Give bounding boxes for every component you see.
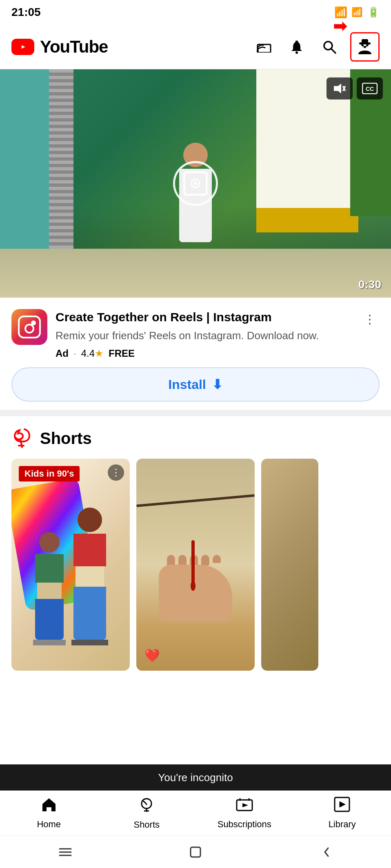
ad-more-options[interactable]: ⋮ xyxy=(360,309,380,329)
video-controls: CC xyxy=(327,77,383,99)
install-label: Install xyxy=(168,377,206,392)
shorts-header: Shorts xyxy=(11,428,380,449)
youtube-title: YouTube xyxy=(40,37,108,57)
android-back-btn[interactable] xyxy=(313,840,338,864)
nav-subscriptions[interactable]: Subscriptions xyxy=(196,793,293,834)
red-arrow: ➡ xyxy=(333,17,347,35)
android-menu-btn[interactable] xyxy=(53,840,78,864)
toe-5 xyxy=(213,555,221,563)
svg-point-2 xyxy=(295,51,298,54)
section-divider xyxy=(0,410,391,416)
play-circle xyxy=(173,161,218,206)
top-2 xyxy=(73,534,106,566)
record-icon xyxy=(183,171,208,196)
shorts-title: Shorts xyxy=(40,429,92,448)
short-tag-1: Kids in 90's xyxy=(19,466,80,481)
captions-button[interactable]: CC xyxy=(357,77,383,99)
svg-point-13 xyxy=(194,182,197,185)
pants-1 xyxy=(35,599,64,640)
short-thumbnail-2: ❤️ xyxy=(136,459,255,671)
incognito-button[interactable] xyxy=(350,32,380,62)
shorts-label: Shorts xyxy=(133,819,160,830)
video-duration: 0:30 xyxy=(358,278,381,291)
toe-4 xyxy=(201,555,209,565)
svg-point-9 xyxy=(366,46,370,49)
install-button[interactable]: Install ⬇ xyxy=(11,367,380,402)
mid-1 xyxy=(37,583,62,599)
short-thumbnail-3 xyxy=(261,459,318,671)
cast-button[interactable] xyxy=(252,35,276,59)
android-nav xyxy=(0,835,391,868)
incognito-text: You're incognito xyxy=(158,771,233,784)
person-1 xyxy=(31,532,68,671)
heart-icon: ❤️ xyxy=(144,648,160,663)
search-button[interactable] xyxy=(318,35,341,59)
ig-circle xyxy=(24,324,34,334)
short2-bg: ❤️ xyxy=(136,459,255,671)
mid-2 xyxy=(76,566,104,587)
subscriptions-label: Subscriptions xyxy=(218,819,271,830)
header-actions: ➡ xyxy=(252,32,380,62)
status-bar: 21:05 📶 📶 🔋 xyxy=(0,0,391,24)
short-thumbnail-1: Kids in 90's ⋮ xyxy=(11,459,130,671)
shorts-nav-icon xyxy=(138,796,156,816)
library-icon xyxy=(334,797,350,816)
ad-description: Remix your friends' Reels on Instagram. … xyxy=(56,328,360,343)
nav-home[interactable]: Home xyxy=(0,793,98,834)
logo-area: YouTube xyxy=(11,37,108,57)
svg-rect-11 xyxy=(362,39,368,43)
ad-header: Create Together on Reels | Instagram Rem… xyxy=(11,309,380,359)
svg-line-5 xyxy=(331,49,335,53)
ad-app-logo xyxy=(11,309,47,345)
shorts-icon xyxy=(11,428,33,449)
short-more-1[interactable]: ⋮ xyxy=(108,464,124,481)
mute-button[interactable] xyxy=(327,77,353,99)
short-item-3[interactable] xyxy=(261,459,318,671)
short3-bg xyxy=(261,459,318,671)
svg-point-8 xyxy=(360,46,364,49)
pants-2 xyxy=(73,587,106,640)
short-people xyxy=(11,483,130,671)
video-player[interactable]: CC 0:30 xyxy=(0,69,391,298)
youtube-logo-icon[interactable] xyxy=(11,39,34,55)
subscriptions-icon xyxy=(236,797,253,816)
short-item-2[interactable]: ❤️ xyxy=(136,459,255,671)
svg-point-1 xyxy=(257,50,259,52)
home-icon xyxy=(41,797,57,816)
header: YouTube ➡ xyxy=(0,24,391,69)
ad-price: FREE xyxy=(109,348,135,359)
ad-meta: Ad · 4.4★ FREE xyxy=(56,348,360,359)
ad-separator: · xyxy=(73,348,76,359)
star-icon: ★ xyxy=(95,348,104,359)
head-1 xyxy=(39,532,60,552)
short-item[interactable]: Kids in 90's ⋮ xyxy=(11,459,130,671)
android-home-btn[interactable] xyxy=(183,840,208,864)
play-overlay[interactable] xyxy=(171,159,220,208)
shoes-2 xyxy=(71,640,108,645)
instagram-icon xyxy=(18,316,41,338)
head-2 xyxy=(78,508,102,532)
shorts-grid: Kids in 90's ⋮ xyxy=(11,459,380,671)
notifications-button[interactable] xyxy=(285,35,309,59)
incognito-area: ➡ xyxy=(350,32,380,62)
ad-badge: Ad xyxy=(56,348,69,359)
ad-title: Create Together on Reels | Instagram xyxy=(56,309,360,325)
svg-marker-26 xyxy=(340,802,345,807)
battery-icon: 🔋 xyxy=(367,7,380,18)
rating-value: 4.4 xyxy=(81,348,95,359)
bottom-nav: You're incognito Home Short xyxy=(0,764,391,868)
nav-shorts[interactable]: Shorts xyxy=(98,792,196,834)
nav-library[interactable]: Library xyxy=(293,793,391,834)
top-1 xyxy=(35,554,64,583)
blood-drop xyxy=(191,581,196,591)
signal-icon: 📶 xyxy=(351,7,363,18)
status-time: 21:05 xyxy=(11,6,41,19)
library-label: Library xyxy=(329,819,356,830)
svg-rect-30 xyxy=(191,847,200,857)
ad-logo-area: Create Together on Reels | Instagram Rem… xyxy=(11,309,360,359)
ad-rating: 4.4★ xyxy=(81,348,104,359)
ad-card: Create Together on Reels | Instagram Rem… xyxy=(0,298,391,410)
svg-text:CC: CC xyxy=(366,86,374,92)
download-icon: ⬇ xyxy=(212,377,223,392)
incognito-banner: You're incognito xyxy=(0,764,391,791)
